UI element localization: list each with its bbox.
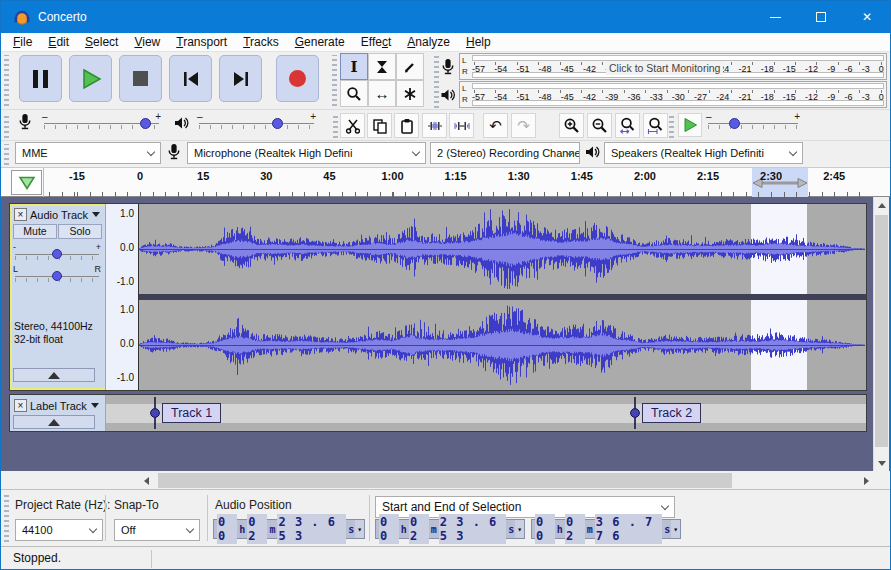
selection-tool-button[interactable]: I <box>340 53 368 80</box>
recording-volume-slider[interactable]: –+ <box>44 115 159 133</box>
audio-track-collapse-button[interactable] <box>13 368 95 382</box>
scroll-left-arrow[interactable] <box>138 472 155 489</box>
meter-scale-value: -15 <box>783 92 796 103</box>
zoom-in-button[interactable] <box>559 113 584 138</box>
menu-transport[interactable]: Transport <box>168 33 235 52</box>
play-at-speed-button[interactable] <box>678 113 702 137</box>
vertical-scroll-thumb[interactable] <box>875 215 888 447</box>
timefield-dropdown-icon[interactable]: ▾ <box>355 520 364 538</box>
audio-track[interactable]: × Audio Track Mute Solo -+ LR Stereo, 44… <box>9 203 867 391</box>
audio-track-close-button[interactable]: × <box>14 208 27 221</box>
label-box[interactable]: Track 2 <box>642 403 701 423</box>
multi-tool-button[interactable] <box>396 80 424 107</box>
audio-host-combo[interactable]: MME <box>15 142 161 164</box>
stop-button[interactable] <box>119 55 162 102</box>
maximize-button[interactable] <box>798 1 844 33</box>
label-track-menu[interactable]: Label Track <box>30 399 99 412</box>
magnifier-icon <box>346 86 362 102</box>
paste-button[interactable] <box>394 113 419 138</box>
recording-device-combo[interactable]: Microphone (Realtek High Defini <box>187 142 426 164</box>
label-marker-icon[interactable] <box>630 397 640 429</box>
mute-button[interactable]: Mute <box>13 224 57 239</box>
label-track[interactable]: × Label Track Track 1Track 2 <box>9 394 867 432</box>
menu-view[interactable]: View <box>126 33 168 52</box>
menu-generate[interactable]: Generate <box>287 33 353 52</box>
timefield-dropdown-icon[interactable]: ▾ <box>515 520 524 538</box>
vertical-scrollbar[interactable] <box>873 197 889 471</box>
minimize-button[interactable] <box>752 1 798 33</box>
mixer-toolbar-grabber[interactable] <box>4 113 9 138</box>
audio-track-menu[interactable]: Audio Track <box>30 208 100 221</box>
menu-select[interactable]: Select <box>77 33 126 52</box>
menu-file[interactable]: File <box>5 33 40 52</box>
playback-device-combo[interactable]: Speakers (Realtek High Definiti <box>604 142 803 164</box>
trim-audio-icon <box>427 118 443 134</box>
menu-edit[interactable]: Edit <box>40 33 77 52</box>
fit-selection-button[interactable] <box>615 113 640 138</box>
pan-thumb[interactable] <box>52 271 62 281</box>
silence-audio-button[interactable] <box>449 113 474 138</box>
timeline-ruler[interactable]: -1501530451:001:151:301:452:002:152:302:… <box>43 168 867 197</box>
playback-meter-body[interactable]: L R -57-54-51-48-45-42-39-36-33-30-27-24… <box>459 81 887 108</box>
label-box[interactable]: Track 1 <box>162 403 221 423</box>
gain-thumb[interactable] <box>52 249 62 259</box>
zoom-out-button[interactable] <box>587 113 612 138</box>
label-marker-icon[interactable] <box>150 397 160 429</box>
tools-toolbar-grabber[interactable] <box>332 55 337 106</box>
recording-meter-body[interactable]: L R -57-54-51-48-45-42-39-36-33-30-27-24… <box>459 53 887 80</box>
draw-tool-button[interactable] <box>396 53 424 80</box>
cut-button[interactable] <box>340 113 365 138</box>
timefield-dropdown-icon[interactable]: ▾ <box>671 520 680 538</box>
label-track-close-button[interactable]: × <box>14 399 27 412</box>
play-button[interactable] <box>69 55 112 102</box>
envelope-tool-button[interactable] <box>368 53 396 80</box>
gain-slider[interactable]: -+ <box>15 246 99 264</box>
skip-to-start-button[interactable] <box>169 55 212 102</box>
playback-meter[interactable]: L R -57-54-51-48-45-42-39-36-33-30-27-24… <box>439 81 887 108</box>
selection-start-field[interactable]: 0 0h0 2m2 3 . 6 5 3s▾ <box>375 519 525 539</box>
copy-button[interactable] <box>367 113 392 138</box>
play-at-speed-toolbar-grabber[interactable] <box>669 113 674 138</box>
record-button[interactable] <box>276 55 319 102</box>
fit-project-button[interactable] <box>643 113 668 138</box>
stereo-waveform-canvas[interactable] <box>139 204 866 390</box>
selection-end-field[interactable]: 0 0h0 2m3 6 . 7 7 6s▾ <box>531 519 681 539</box>
vertical-ruler[interactable]: 1.0 0.0 -1.0 1.0 0.0 -1.0 <box>105 204 139 390</box>
snap-to-combo[interactable]: Off <box>114 519 200 541</box>
trim-audio-button[interactable] <box>422 113 447 138</box>
redo-button[interactable]: ↷ <box>511 113 536 138</box>
transport-toolbar-grabber[interactable] <box>4 55 9 106</box>
zoom-tool-button[interactable] <box>340 80 368 107</box>
label-track-collapse-button[interactable] <box>13 415 95 429</box>
monitoring-overlay[interactable]: Click to Start Monitoring <box>606 61 723 75</box>
edit-toolbar-grabber[interactable] <box>333 113 338 138</box>
solo-button[interactable]: Solo <box>58 224 102 239</box>
horizontal-scrollbar[interactable] <box>138 472 875 489</box>
recording-channels-combo[interactable]: 2 (Stereo) Recording Channels <box>430 142 580 164</box>
horizontal-scroll-thumb[interactable] <box>158 473 732 488</box>
close-button[interactable]: ✕ <box>844 1 890 33</box>
waveform-area[interactable] <box>139 204 866 390</box>
playback-volume-slider[interactable]: –+ <box>199 115 314 133</box>
recording-meter[interactable]: L R -57-54-51-48-45-42-39-36-33-30-27-24… <box>439 53 887 80</box>
meter-scale-value: -42 <box>583 92 596 103</box>
time-shift-tool-button[interactable]: ↔ <box>368 80 396 107</box>
play-speed-slider[interactable]: –+ <box>708 115 798 133</box>
menu-analyze[interactable]: Analyze <box>399 33 458 52</box>
label-track-content[interactable]: Track 1Track 2 <box>105 395 866 431</box>
skip-to-end-button[interactable] <box>219 55 262 102</box>
pause-button[interactable] <box>19 55 62 102</box>
menu-help[interactable]: Help <box>458 33 499 52</box>
undo-button[interactable]: ↶ <box>483 113 508 138</box>
scroll-up-arrow[interactable] <box>874 197 889 213</box>
scroll-right-arrow[interactable] <box>858 472 875 489</box>
pan-slider[interactable]: LR <box>15 268 99 286</box>
scroll-down-arrow[interactable] <box>874 455 889 471</box>
menu-effect[interactable]: Effect <box>353 33 399 52</box>
menu-tracks[interactable]: Tracks <box>235 33 287 52</box>
selection-toolbar-grabber[interactable] <box>4 494 9 542</box>
audio-position-field[interactable]: 0 0h0 2m2 3 . 6 5 3s▾ <box>213 519 365 539</box>
project-rate-combo[interactable]: 44100 <box>15 519 103 541</box>
device-toolbar-grabber[interactable] <box>4 144 9 165</box>
timeline-pin-button[interactable] <box>11 170 42 195</box>
